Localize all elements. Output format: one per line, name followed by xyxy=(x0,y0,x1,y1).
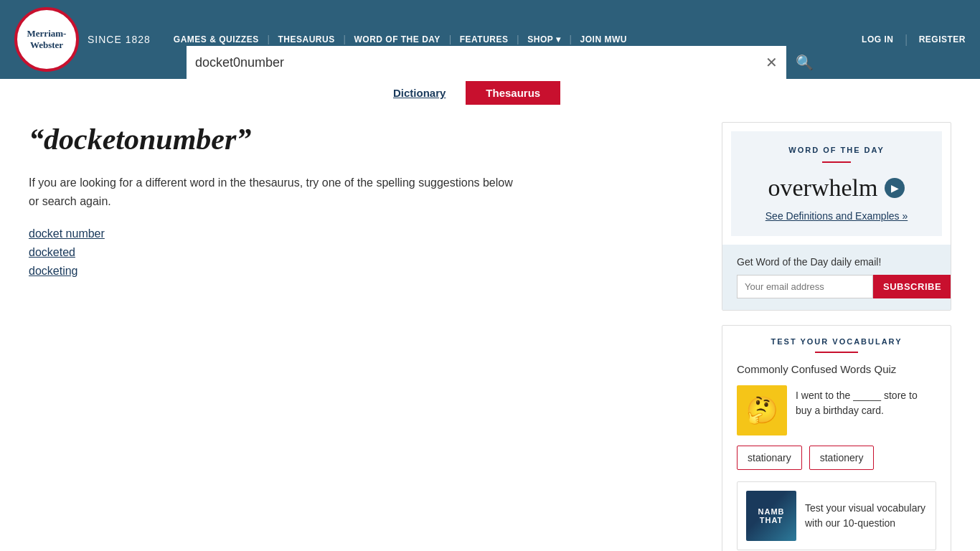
search-input[interactable] xyxy=(187,55,757,70)
tab-dictionary[interactable]: Dictionary xyxy=(373,81,466,105)
search-area: ✕ 🔍 Dictionary Thesaurus xyxy=(187,46,822,79)
nav-right: LOG IN | REGISTER xyxy=(862,33,966,46)
vocab-quiz-title: Commonly Confused Words Quiz xyxy=(737,363,936,375)
logo-text-top: Merriam- xyxy=(27,28,67,39)
ntt-text: Test your visual vocabulary with our 10-… xyxy=(805,501,927,531)
wotd-inner: WORD OF THE DAY overwhelm ▶ See Definiti… xyxy=(727,127,946,240)
wotd-divider xyxy=(822,161,851,163)
nav-join[interactable]: JOIN MWU xyxy=(572,34,636,44)
main-nav: GAMES & QUIZZES | THESAURUS | WORD OF TH… xyxy=(165,34,862,45)
header: Merriam- Webster SINCE 1828 GAMES & QUIZ… xyxy=(0,0,980,79)
sidebar: WORD OF THE DAY overwhelm ▶ See Definiti… xyxy=(722,122,951,551)
wotd-card: WORD OF THE DAY overwhelm ▶ See Definiti… xyxy=(722,122,951,311)
vocab-label: TEST YOUR VOCABULARY xyxy=(737,337,936,346)
vocab-divider xyxy=(815,352,858,353)
sound-button[interactable]: ▶ xyxy=(885,178,905,198)
wotd-email-section: Get Word of the Day daily email! SUBSCRI… xyxy=(722,245,951,310)
logo-area: Merriam- Webster SINCE 1828 xyxy=(14,7,151,72)
vocab-choice-2[interactable]: stationery xyxy=(809,446,875,470)
vocab-question: I went to the _____ store to buy a birth… xyxy=(796,385,936,418)
nav-thesaurus[interactable]: THESAURUS xyxy=(269,34,343,44)
search-bar: ✕ 🔍 xyxy=(187,46,822,79)
suggestion-2[interactable]: docketed xyxy=(29,246,686,259)
speaker-icon: ▶ xyxy=(891,182,899,194)
search-tabs: Dictionary Thesaurus xyxy=(373,81,560,105)
suggestion-3[interactable]: docketing xyxy=(29,265,686,278)
search-icon: 🔍 xyxy=(796,54,814,71)
suggestion-1[interactable]: docket number xyxy=(29,227,686,240)
wotd-email-label: Get Word of the Day daily email! xyxy=(737,256,936,268)
tab-thesaurus[interactable]: Thesaurus xyxy=(466,81,560,105)
search-button[interactable]: 🔍 xyxy=(786,46,822,79)
subscribe-button[interactable]: SUBSCRIBE xyxy=(873,275,951,298)
wotd-see-more-link[interactable]: See Definitions and Examples » xyxy=(745,210,928,222)
ntt-image: NAMB THAT xyxy=(746,491,796,541)
wotd-word: overwhelm ▶ xyxy=(745,174,928,202)
email-input[interactable] xyxy=(737,275,873,298)
vocab-choice-1[interactable]: stationary xyxy=(737,446,802,470)
nav-games[interactable]: GAMES & QUIZZES xyxy=(165,34,268,44)
nav-login[interactable]: LOG IN xyxy=(862,34,893,44)
not-found-message: If you are looking for a different word … xyxy=(29,174,517,210)
logo-text-bot: Webster xyxy=(30,39,63,51)
search-clear-button[interactable]: ✕ xyxy=(757,54,786,71)
logo[interactable]: Merriam- Webster xyxy=(14,7,79,72)
nav-shop[interactable]: SHOP ▾ xyxy=(519,34,570,44)
email-form: SUBSCRIBE xyxy=(737,275,936,298)
since-label: SINCE 1828 xyxy=(88,34,151,45)
nav-register[interactable]: REGISTER xyxy=(919,34,966,44)
content-area: “docketonumber” If you are looking for a… xyxy=(29,122,700,551)
suggestions-list: docket number docketed docketing xyxy=(29,227,686,278)
main-container: “docketonumber” If you are looking for a… xyxy=(0,108,980,551)
vocab-image: 🤔 xyxy=(737,385,787,435)
chevron-down-icon: ▾ xyxy=(556,34,561,44)
nav-features[interactable]: FEATURES xyxy=(451,34,517,44)
wotd-label: WORD OF THE DAY xyxy=(745,146,928,154)
ntt-card[interactable]: NAMB THAT Test your visual vocabulary wi… xyxy=(737,481,936,550)
vocab-quiz-content: 🤔 I went to the _____ store to buy a bir… xyxy=(737,385,936,435)
vocab-card: TEST YOUR VOCABULARY Commonly Confused W… xyxy=(722,325,951,551)
vocab-choices: stationary stationery xyxy=(737,446,936,470)
page-title: “docketonumber” xyxy=(29,122,686,156)
nav-wotd[interactable]: WORD OF THE DAY xyxy=(345,34,448,44)
